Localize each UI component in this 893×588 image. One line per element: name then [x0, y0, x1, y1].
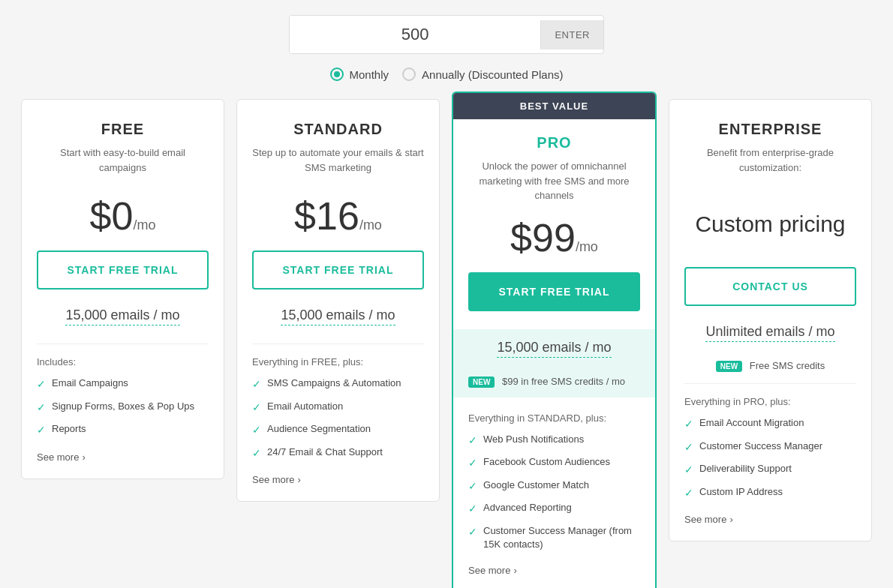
check-icon: ✓ — [468, 479, 477, 494]
plan-pro-emails: 15,000 emails / mo — [468, 340, 640, 364]
plan-pro-emails-highlight: 15,000 emails / mo NEW $99 in free SMS c… — [453, 329, 655, 398]
chevron-right-icon: › — [82, 452, 85, 463]
plan-enterprise-see-more[interactable]: See more › — [684, 514, 733, 525]
list-item: ✓24/7 Email & Chat Support — [252, 446, 424, 461]
plan-enterprise-custom-pricing: Custom pricing — [684, 196, 856, 252]
plan-pro-cta[interactable]: START FREE TRIAL — [468, 272, 640, 311]
check-icon: ✓ — [37, 377, 46, 392]
plan-free-price: $0/mo — [37, 196, 209, 236]
monthly-radio[interactable] — [330, 68, 344, 81]
plan-free-desc: Start with easy-to-build email campaigns — [37, 146, 209, 182]
chevron-right-icon: › — [729, 514, 732, 525]
list-item: ✓Facebook Custom Audiences — [468, 455, 640, 471]
divider — [252, 344, 424, 344]
list-item: ✓Reports — [37, 422, 209, 438]
divider — [37, 344, 209, 344]
plan-enterprise-cta[interactable]: CONTACT US — [684, 267, 856, 306]
chevron-right-icon: › — [513, 565, 516, 576]
enter-button[interactable]: ENTER — [540, 20, 603, 50]
plan-pro-price: $99/mo — [468, 218, 640, 257]
new-badge: NEW — [468, 376, 495, 388]
list-item: ✓Email Automation — [252, 400, 424, 416]
list-item: ✓Signup Forms, Boxes & Pop Ups — [37, 400, 209, 416]
plan-pro-sms-credits: NEW $99 in free SMS credits / mo — [468, 376, 640, 387]
plan-pro-name: PRO — [468, 134, 640, 152]
plan-free-features: ✓Email Campaigns ✓Signup Forms, Boxes & … — [37, 376, 209, 438]
contacts-input-row: ENTER — [289, 15, 604, 54]
check-icon: ✓ — [468, 456, 477, 471]
plan-standard-desc: Step up to automate your emails & start … — [252, 146, 424, 182]
plan-free-price-amount: $0 — [90, 194, 134, 238]
list-item: ✓Deliverability Support — [684, 462, 856, 478]
plan-pro-price-amount: $99 — [510, 216, 576, 260]
plan-pro-includes: Everything in STANDARD, plus: — [468, 412, 640, 424]
list-item: ✓SMS Campaigns & Automation — [252, 376, 424, 392]
list-item: ✓Customer Success Manager — [684, 440, 856, 455]
list-item: ✓Custom IP Address — [684, 485, 856, 501]
check-icon: ✓ — [684, 463, 693, 478]
annually-radio[interactable] — [402, 68, 416, 81]
plan-free-see-more[interactable]: See more › — [37, 452, 86, 463]
list-item: ✓Email Account Migration — [684, 416, 856, 432]
check-icon: ✓ — [37, 423, 46, 438]
plan-enterprise-includes: Everything in PRO, plus: — [684, 396, 856, 407]
plan-free-cta[interactable]: START FREE TRIAL — [37, 250, 209, 290]
plan-standard-features: ✓SMS Campaigns & Automation ✓Email Autom… — [252, 376, 424, 460]
list-item: ✓Customer Success Manager (from 15K cont… — [468, 524, 640, 551]
billing-toggle: Monthly Annually (Discounted Plans) — [330, 68, 564, 81]
top-section: ENTER Monthly Annually (Discounted Plans… — [15, 15, 878, 81]
plan-standard-price: $16/mo — [252, 196, 424, 236]
plan-pro: BEST VALUE PRO Unlock the power of omnic… — [452, 92, 657, 588]
plan-free-price-mo: /mo — [133, 218, 155, 232]
check-icon: ✓ — [468, 502, 477, 517]
list-item: ✓Email Campaigns — [37, 376, 209, 392]
plan-free: FREE Start with easy-to-build email camp… — [21, 99, 224, 479]
plan-pro-features: ✓Web Push Notifications ✓Facebook Custom… — [468, 433, 640, 552]
contacts-input[interactable] — [290, 16, 540, 53]
annually-label: Annually (Discounted Plans) — [422, 68, 563, 81]
plans-container: FREE Start with easy-to-build email camp… — [15, 99, 878, 588]
plan-enterprise-emails-amount: Unlimited emails / mo — [705, 324, 834, 342]
check-icon: ✓ — [684, 440, 693, 455]
check-icon: ✓ — [684, 486, 693, 501]
check-icon: ✓ — [468, 525, 477, 540]
plan-standard-see-more[interactable]: See more › — [252, 474, 301, 485]
plan-standard-emails: 15,000 emails / mo — [252, 308, 424, 332]
monthly-option[interactable]: Monthly — [330, 68, 389, 81]
plan-enterprise-emails: Unlimited emails / mo — [684, 324, 856, 348]
new-badge: NEW — [716, 361, 742, 372]
best-value-badge: BEST VALUE — [453, 93, 655, 119]
plan-free-emails: 15,000 emails / mo — [37, 308, 209, 332]
chevron-right-icon: › — [297, 474, 300, 485]
list-item: ✓Web Push Notifications — [468, 433, 640, 448]
check-icon: ✓ — [252, 400, 261, 416]
divider — [684, 383, 856, 384]
plan-standard-includes: Everything in FREE, plus: — [252, 356, 424, 368]
annually-option[interactable]: Annually (Discounted Plans) — [402, 68, 563, 81]
plan-pro-emails-amount: 15,000 emails / mo — [497, 340, 611, 358]
list-item: ✓Advanced Reporting — [468, 501, 640, 517]
check-icon: ✓ — [252, 423, 261, 438]
plan-standard: STANDARD Step up to automate your emails… — [236, 99, 440, 502]
plan-standard-emails-amount: 15,000 emails / mo — [281, 308, 395, 326]
plan-standard-price-mo: /mo — [359, 218, 382, 232]
list-item: ✓Google Customer Match — [468, 478, 640, 494]
plan-enterprise-features: ✓Email Account Migration ✓Customer Succe… — [684, 416, 856, 500]
plan-enterprise: ENTERPRISE Benefit from enterprise-grade… — [669, 99, 872, 542]
check-icon: ✓ — [252, 446, 261, 461]
plan-free-emails-amount: 15,000 emails / mo — [65, 308, 179, 326]
list-item: ✓Audience Segmentation — [252, 422, 424, 438]
plan-pro-see-more[interactable]: See more › — [468, 565, 517, 576]
plan-free-name: FREE — [37, 121, 209, 138]
plan-pro-price-mo: /mo — [576, 239, 598, 254]
check-icon: ✓ — [37, 400, 46, 416]
plan-enterprise-sms: NEW Free SMS credits — [684, 360, 856, 371]
plan-pro-desc: Unlock the power of omnichannel marketin… — [468, 159, 640, 203]
check-icon: ✓ — [468, 434, 477, 448]
plan-standard-name: STANDARD — [252, 121, 424, 138]
plan-enterprise-desc: Benefit from enterprise-grade customizat… — [684, 146, 856, 182]
plan-standard-cta[interactable]: START FREE TRIAL — [252, 250, 424, 290]
plan-enterprise-name: ENTERPRISE — [684, 121, 856, 138]
plan-standard-price-amount: $16 — [294, 194, 359, 238]
monthly-label: Monthly — [350, 68, 389, 81]
